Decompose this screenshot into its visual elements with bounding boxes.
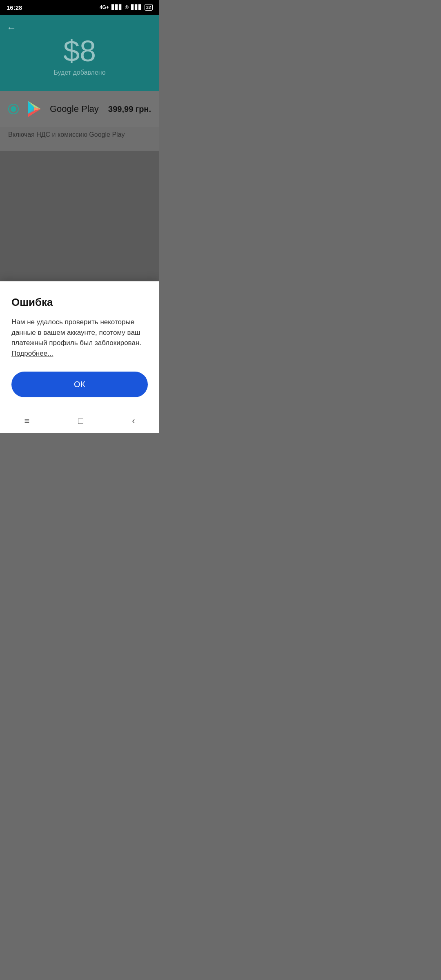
amount-label: Будет добавлено bbox=[7, 69, 153, 76]
payment-option-row[interactable]: Google Play 399,99 грн. bbox=[0, 91, 159, 127]
content-area: Google Play 399,99 грн. Включая НДС и ко… bbox=[0, 91, 159, 281]
radio-inner bbox=[11, 106, 16, 112]
back-button[interactable]: ← bbox=[7, 22, 16, 33]
signal-bars: ▋▋▋ bbox=[111, 4, 122, 10]
google-play-icon bbox=[25, 100, 43, 118]
empty-space bbox=[0, 151, 159, 281]
error-dialog: Ошибка Нам не удалось проверить некоторы… bbox=[0, 281, 159, 409]
menu-button[interactable]: ≡ bbox=[24, 416, 29, 426]
radio-button[interactable] bbox=[8, 104, 19, 114]
payment-price: 399,99 грн. bbox=[108, 105, 151, 114]
dialog-link[interactable]: Подробнее... bbox=[11, 350, 53, 357]
dialog-title: Ошибка bbox=[11, 296, 148, 309]
battery-indicator: 32 bbox=[145, 4, 153, 11]
status-bar: 16:28 4G+ ▋▋▋ ® ▋▋▋ 32 bbox=[0, 0, 159, 15]
roaming-icon: ® bbox=[125, 4, 129, 10]
header-section: ← $8 Будет добавлено bbox=[0, 15, 159, 91]
bottom-nav: ≡ □ ‹ bbox=[0, 409, 159, 433]
time-label: 16:28 bbox=[7, 4, 22, 11]
payment-name: Google Play bbox=[50, 104, 102, 114]
tax-note: Включая НДС и комиссию Google Play bbox=[0, 127, 159, 151]
dialog-body: Нам не удалось проверить некоторые данны… bbox=[11, 317, 148, 359]
amount-display: $8 bbox=[7, 35, 153, 67]
ok-button[interactable]: ОК bbox=[11, 372, 148, 397]
signal-icon: 4G+ bbox=[100, 4, 109, 10]
dialog-body-text: Нам не удалось проверить некоторые данны… bbox=[11, 318, 141, 347]
back-nav-button[interactable]: ‹ bbox=[132, 416, 135, 426]
status-icons: 4G+ ▋▋▋ ® ▋▋▋ 32 bbox=[100, 4, 153, 11]
signal-bars-2: ▋▋▋ bbox=[131, 4, 142, 10]
home-button[interactable]: □ bbox=[78, 416, 83, 426]
